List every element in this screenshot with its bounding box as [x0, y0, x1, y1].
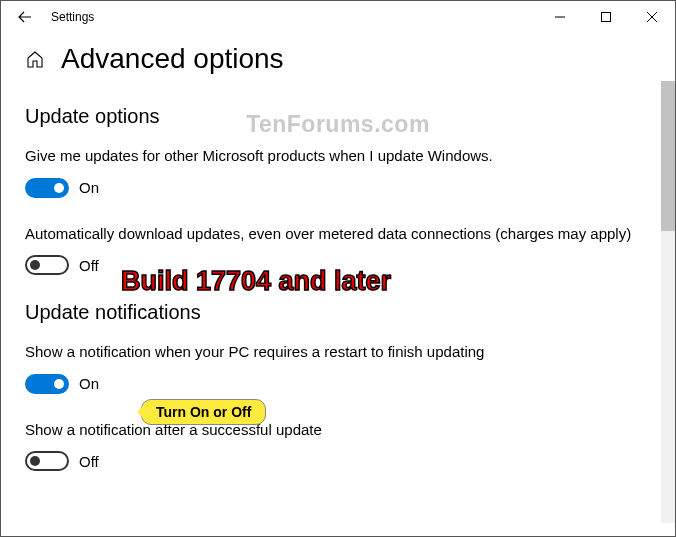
section-title-update-notifications: Update notifications — [25, 301, 637, 324]
minimize-button[interactable] — [537, 1, 583, 33]
close-icon — [647, 12, 657, 22]
toggle-knob — [54, 379, 64, 389]
toggle-label: On — [79, 375, 99, 392]
toggle-label: Off — [79, 453, 99, 470]
toggle-other-products[interactable] — [25, 178, 69, 198]
toggle-knob — [30, 260, 40, 270]
maximize-icon — [601, 12, 611, 22]
scrollbar-thumb[interactable] — [661, 81, 675, 231]
toggle-knob — [30, 456, 40, 466]
minimize-icon — [555, 12, 565, 22]
toggle-knob — [54, 183, 64, 193]
toggle-metered[interactable] — [25, 255, 69, 275]
page-header: Advanced options — [25, 43, 637, 75]
settings-window: Settings Advanced options Update options… — [0, 0, 676, 537]
back-button[interactable] — [9, 1, 41, 33]
home-icon[interactable] — [25, 49, 45, 69]
toggle-row-success-notify: Off — [25, 451, 637, 471]
option-text-success-notify: Show a notification after a successful u… — [25, 420, 637, 440]
toggle-row-other-products: On — [25, 178, 637, 198]
build-annotation: Build 17704 and later — [121, 266, 391, 297]
section-title-update-options: Update options — [25, 105, 637, 128]
page-title: Advanced options — [61, 43, 284, 75]
toggle-label: On — [79, 179, 99, 196]
option-text-metered: Automatically download updates, even ove… — [25, 224, 637, 244]
arrow-left-icon — [18, 10, 32, 24]
window-title: Settings — [51, 10, 94, 24]
close-button[interactable] — [629, 1, 675, 33]
svg-rect-0 — [602, 13, 611, 22]
toggle-row-restart-notify: On — [25, 374, 637, 394]
option-text-restart-notify: Show a notification when your PC require… — [25, 342, 637, 362]
window-controls — [537, 1, 675, 33]
scrollbar[interactable] — [661, 81, 675, 523]
titlebar: Settings — [1, 1, 675, 33]
maximize-button[interactable] — [583, 1, 629, 33]
toggle-success-notify[interactable] — [25, 451, 69, 471]
option-text-other-products: Give me updates for other Microsoft prod… — [25, 146, 637, 166]
toggle-label: Off — [79, 257, 99, 274]
toggle-restart-notify[interactable] — [25, 374, 69, 394]
callout-annotation: Turn On or Off — [141, 399, 266, 425]
